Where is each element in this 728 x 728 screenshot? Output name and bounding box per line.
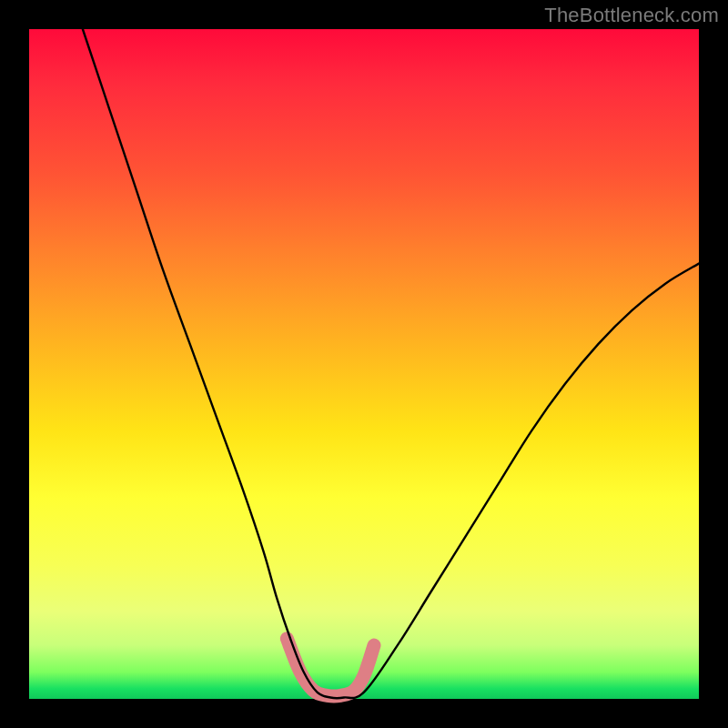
plot-area bbox=[29, 29, 699, 699]
optimal-band-marker bbox=[287, 639, 374, 696]
curve-layer bbox=[29, 29, 699, 699]
chart-frame: TheBottleneck.com bbox=[0, 0, 728, 728]
bottleneck-curve bbox=[83, 29, 699, 698]
watermark-text: TheBottleneck.com bbox=[544, 4, 719, 27]
